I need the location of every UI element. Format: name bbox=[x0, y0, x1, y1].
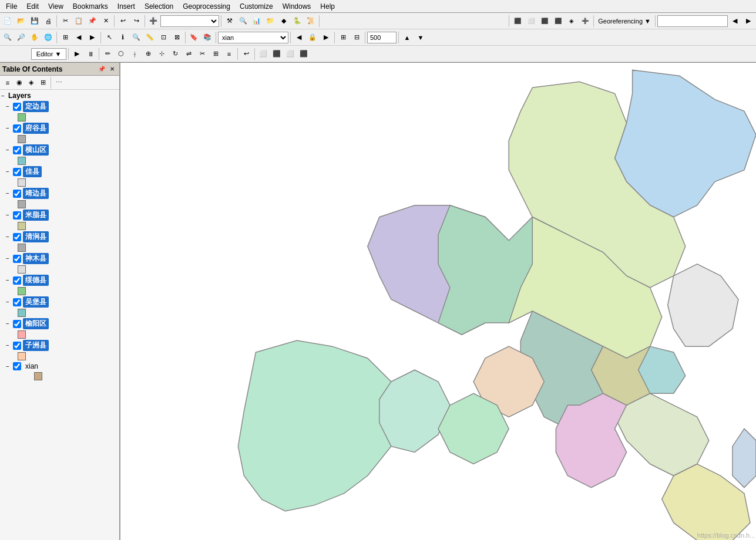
identify-button[interactable]: ℹ bbox=[116, 31, 129, 44]
layer-expand-11[interactable]: − bbox=[6, 342, 13, 349]
new-button[interactable]: 📄 bbox=[1, 15, 14, 28]
layer-expand-2[interactable]: − bbox=[6, 147, 13, 153]
open-button[interactable]: 📂 bbox=[15, 15, 28, 28]
edit-vertices-button[interactable]: ⊹ bbox=[155, 48, 168, 60]
layer-expand-3[interactable]: − bbox=[6, 168, 13, 175]
menu-insert[interactable]: Insert bbox=[113, 1, 140, 12]
layer-expand-9[interactable]: − bbox=[6, 299, 13, 305]
menu-customize[interactable]: Customize bbox=[235, 1, 278, 12]
map-area[interactable]: https://blog.csdn.h... bbox=[120, 63, 756, 540]
layer-checkbox-5[interactable] bbox=[13, 211, 21, 220]
toc-source-view-button[interactable]: ◉ bbox=[14, 77, 25, 88]
edit-snap-button[interactable]: ⬜ bbox=[284, 48, 297, 60]
layer-expand-5[interactable]: − bbox=[6, 212, 13, 218]
pan-button[interactable]: ✋ bbox=[28, 31, 41, 44]
layer-label-0[interactable]: 定边县 bbox=[23, 101, 49, 112]
layer-dropdown[interactable]: xian bbox=[218, 32, 288, 43]
layer-label-5[interactable]: 米脂县 bbox=[23, 210, 49, 221]
layer-checkbox-4[interactable] bbox=[13, 190, 21, 198]
paste-button[interactable]: 📌 bbox=[86, 15, 99, 28]
go-next-button[interactable]: ▶ bbox=[320, 31, 332, 44]
layer-label-1[interactable]: 府谷县 bbox=[23, 123, 49, 134]
manage-bookmarks-button[interactable]: 📚 bbox=[201, 31, 214, 44]
layer-checkbox-6[interactable] bbox=[13, 233, 21, 241]
zoom-lock-button[interactable]: 🔒 bbox=[306, 31, 319, 44]
layer-expand-8[interactable]: − bbox=[6, 277, 13, 284]
toc-select-view-button[interactable]: ⊞ bbox=[38, 77, 48, 88]
edit-trace-button[interactable]: ⟊ bbox=[128, 48, 141, 60]
layer-label-10[interactable]: 榆阳区 bbox=[23, 318, 49, 329]
layer-expand-4[interactable]: − bbox=[6, 190, 13, 197]
zoom-btn2[interactable]: ⊞ bbox=[337, 31, 350, 44]
results-button[interactable]: 📊 bbox=[250, 15, 263, 28]
find-button[interactable]: 🔍 bbox=[130, 31, 143, 44]
menu-file[interactable]: File bbox=[1, 1, 22, 12]
edit-pencil-button[interactable]: ✏ bbox=[101, 48, 114, 60]
edit-merge-button[interactable]: ⊞ bbox=[209, 48, 222, 60]
edit-snap2-button[interactable]: ⬛ bbox=[297, 48, 310, 60]
menu-help[interactable]: Help bbox=[315, 1, 340, 12]
zoom-out-button[interactable]: 🔎 bbox=[15, 31, 28, 44]
layer-checkbox-1[interactable] bbox=[13, 124, 21, 133]
georef-input[interactable] bbox=[657, 15, 728, 27]
select-features-button[interactable]: ⊡ bbox=[157, 31, 170, 44]
edit-mirror-button[interactable]: ⇌ bbox=[182, 48, 195, 60]
edit-rotate-button[interactable]: ↻ bbox=[169, 48, 182, 60]
menu-view[interactable]: View bbox=[43, 1, 68, 12]
layer-checkbox-xian[interactable] bbox=[13, 362, 21, 370]
save-button[interactable]: 💾 bbox=[28, 15, 41, 28]
layer-checkbox-8[interactable] bbox=[13, 276, 21, 285]
add-data-button[interactable]: ➕ bbox=[147, 15, 160, 28]
edit-pause-button[interactable]: ⏸ bbox=[84, 48, 97, 60]
edit-play-button[interactable]: ▶ bbox=[70, 48, 83, 60]
layer-checkbox-0[interactable] bbox=[13, 103, 21, 111]
layer-expand-10[interactable]: − bbox=[6, 320, 13, 327]
model-builder-button[interactable]: ◆ bbox=[277, 15, 290, 28]
script-button[interactable]: 📜 bbox=[304, 15, 317, 28]
add-bookmark-button[interactable]: 🔖 bbox=[187, 31, 200, 44]
menu-edit[interactable]: Edit bbox=[22, 1, 43, 12]
toc-display-view-button[interactable]: ◈ bbox=[26, 77, 36, 88]
print-button[interactable]: 🖨 bbox=[42, 15, 55, 28]
go-prev-button[interactable]: ◀ bbox=[293, 31, 305, 44]
layer-expand-6[interactable]: − bbox=[6, 234, 13, 240]
catalog-button[interactable]: 📁 bbox=[264, 15, 277, 28]
edit-flip-button[interactable]: ⬜ bbox=[257, 48, 270, 60]
georef-right-arrow[interactable]: ▶ bbox=[742, 15, 755, 28]
measure-button[interactable]: 📏 bbox=[143, 31, 156, 44]
menu-selection[interactable]: Selection bbox=[140, 1, 178, 12]
next-extent-button[interactable]: ▶ bbox=[86, 31, 99, 44]
layer-label-8[interactable]: 绥德县 bbox=[23, 275, 49, 286]
delete-button[interactable]: ✕ bbox=[99, 15, 112, 28]
layer-checkbox-2[interactable] bbox=[13, 146, 21, 154]
layer-checkbox-7[interactable] bbox=[13, 255, 21, 263]
py-button[interactable]: 🐍 bbox=[291, 15, 304, 28]
arc-toolbox-button[interactable]: ⚒ bbox=[223, 15, 236, 28]
edit-square-button[interactable]: ⬛ bbox=[270, 48, 283, 60]
prev-extent-button[interactable]: ◀ bbox=[72, 31, 85, 44]
scale-input[interactable] bbox=[367, 32, 397, 43]
layer-label-7[interactable]: 神木县 bbox=[23, 253, 49, 264]
layer-checkbox-9[interactable] bbox=[13, 298, 21, 306]
menu-geoprocessing[interactable]: Geoprocessing bbox=[178, 1, 235, 12]
scale-up-btn[interactable]: ▲ bbox=[401, 31, 414, 44]
redo-button[interactable]: ↪ bbox=[130, 15, 143, 28]
toc-pin-button[interactable]: 📌 bbox=[97, 65, 106, 74]
search-button[interactable]: 🔍 bbox=[237, 15, 250, 28]
layer-expand-0[interactable]: − bbox=[6, 103, 13, 110]
layer-checkbox-10[interactable] bbox=[13, 320, 21, 328]
layer-label-xian[interactable]: xian bbox=[23, 362, 41, 371]
layer-expand-1[interactable]: − bbox=[6, 125, 13, 131]
layer-expand-7[interactable]: − bbox=[6, 255, 13, 262]
select-button[interactable]: ↖ bbox=[103, 31, 116, 44]
layer-label-9[interactable]: 吴堡县 bbox=[23, 296, 49, 308]
toc-list-view-button[interactable]: ≡ bbox=[2, 77, 13, 88]
edit-union-button[interactable]: ⊕ bbox=[142, 48, 154, 60]
toc-options-button[interactable]: ⋯ bbox=[53, 77, 64, 88]
layer-expand-xian[interactable]: − bbox=[6, 363, 13, 370]
edit-more-button[interactable]: ≡ bbox=[223, 48, 236, 60]
full-extent-button[interactable]: ⊞ bbox=[59, 31, 72, 44]
toc-close-button[interactable]: ✕ bbox=[107, 65, 117, 74]
editor-dropdown-button[interactable]: Editor ▼ bbox=[31, 48, 66, 60]
menu-bookmarks[interactable]: Bookmarks bbox=[68, 1, 113, 12]
